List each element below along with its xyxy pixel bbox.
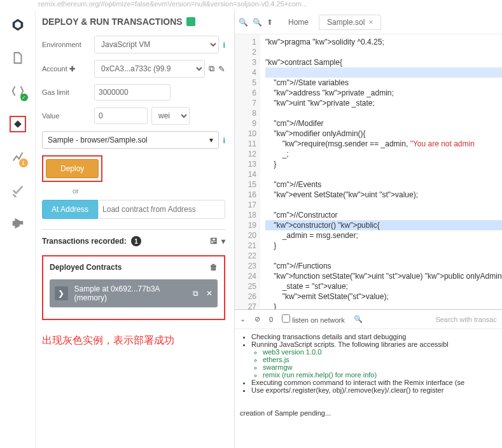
term-line: Running JavaScript scripts. The followin… (251, 340, 449, 348)
tx-count-badge: 1 (131, 236, 141, 246)
expand-tx-icon[interactable]: ▾ (221, 237, 225, 246)
terminal-search-input[interactable]: Search with transac (435, 316, 497, 323)
test-icon[interactable] (10, 182, 26, 199)
search-terminal-icon[interactable]: 🔍 (354, 315, 363, 323)
add-account-icon[interactable]: ✚ (69, 65, 75, 73)
editor-toolbar: 🔍 🔍 ⬆ Home Sample.sol× (235, 10, 502, 34)
chevron-updown-icon: ▾ (209, 136, 213, 144)
save-tx-icon[interactable]: 🖫 (210, 237, 218, 246)
contract-instance[interactable]: ❯ Sample at 0x692...77b3A (memory) ⧉ ✕ (50, 279, 218, 307)
analysis-icon[interactable]: 1 (10, 149, 26, 165)
deploy-run-icon[interactable] (10, 116, 26, 132)
tab-file[interactable]: Sample.sol× (319, 15, 381, 30)
account-select[interactable]: 0xCA3...a733c (99.9 (94, 60, 205, 78)
pending-count: 0 (269, 316, 273, 323)
term-lib: remix (run remix.help() for more info) (263, 371, 497, 379)
source[interactable]: "kw">pragma "kw">solidity ^0.4.25; "kw">… (260, 34, 502, 309)
term-lib: ethers.js (263, 356, 497, 363)
url-bar: remix.ethereum.org/#optimize=false&evmVe… (0, 0, 502, 10)
file-explorer-icon[interactable] (10, 50, 26, 66)
clear-terminal-icon[interactable]: ⊘ (254, 315, 260, 323)
deployed-title: Deployed Contracts (50, 263, 122, 272)
value-label: Value (42, 112, 90, 120)
gas-label: Gas limit (42, 88, 90, 96)
tab-home[interactable]: Home (281, 15, 316, 29)
contract-select[interactable]: Sample - browser/Sample.sol▾ (42, 131, 219, 149)
close-tab-icon[interactable]: × (368, 18, 373, 27)
value-input[interactable] (94, 108, 148, 124)
term-line: Checking transactions details and start … (251, 333, 497, 340)
terminal-output[interactable]: Checking transactions details and start … (235, 329, 502, 448)
remix-logo-icon[interactable] (10, 17, 26, 33)
warning-badge: 1 (19, 158, 28, 167)
code-editor[interactable]: 1234567891011121314151617181920212223242… (235, 34, 502, 309)
upload-icon[interactable]: ⬆ (267, 18, 278, 27)
environment-select[interactable]: JavaScript VM (94, 36, 219, 53)
deploy-button[interactable]: Deploy (46, 159, 99, 178)
copy-account-icon[interactable]: ⧉ (209, 64, 214, 74)
copy-instance-icon[interactable]: ⧉ (193, 289, 199, 298)
term-line: Use exports/.register(key, obj)/.remove(… (251, 386, 497, 394)
clear-instances-icon[interactable]: 🗑 (210, 263, 218, 272)
transactions-recorded[interactable]: Transactions recorded: 1 🖫▾ (42, 236, 225, 246)
terminal-toggle-icon[interactable]: ⌄ (240, 315, 246, 323)
at-address-button[interactable]: At Address (42, 200, 98, 219)
instance-label: Sample at 0x692...77b3A (memory) (74, 284, 186, 302)
listen-network-checkbox[interactable]: listen on network (282, 314, 345, 324)
success-badge-icon (20, 94, 28, 101)
zoom-in-icon[interactable]: 🔍 (253, 18, 264, 27)
edit-account-icon[interactable]: ✎ (218, 64, 225, 74)
value-unit-select[interactable]: wei (151, 107, 190, 125)
expand-instance-icon[interactable]: ❯ (55, 286, 68, 300)
deploy-panel: DEPLOY & RUN TRANSACTIONS Environment Ja… (36, 10, 234, 448)
panel-title: DEPLOY & RUN TRANSACTIONS (42, 17, 225, 27)
or-text: or (73, 187, 225, 195)
close-instance-icon[interactable]: ✕ (206, 289, 213, 298)
compiler-icon[interactable] (10, 83, 26, 99)
annotation-note: 出现灰色实例，表示部署成功 (42, 334, 225, 347)
zoom-out-icon[interactable]: 🔍 (239, 18, 250, 27)
contract-info-icon[interactable]: i (223, 136, 225, 145)
gutter: 1234567891011121314151617181920212223242… (235, 34, 260, 309)
sidebar: 1 (0, 10, 36, 448)
env-info-icon[interactable]: i (223, 40, 225, 50)
account-label: Account ✚ (42, 65, 90, 73)
panel-status-icon (186, 17, 195, 26)
pending-line: creation of Sample pending... (240, 409, 497, 417)
at-address-input[interactable] (98, 200, 225, 219)
term-lib: web3 version 1.0.0 (263, 348, 497, 356)
editor-area: 🔍 🔍 ⬆ Home Sample.sol× 12345678910111213… (234, 10, 502, 448)
env-label: Environment (42, 41, 90, 48)
gas-limit-input[interactable] (94, 84, 171, 101)
terminal: ⌄ ⊘ 0 listen on network 🔍 Search with tr… (235, 309, 502, 448)
plugin-icon[interactable] (10, 215, 26, 232)
deployed-contracts: Deployed Contracts 🗑 ❯ Sample at 0x692..… (42, 255, 225, 320)
term-lib: swarmgw (263, 363, 497, 371)
term-line: Executing common command to interact wit… (251, 379, 497, 386)
